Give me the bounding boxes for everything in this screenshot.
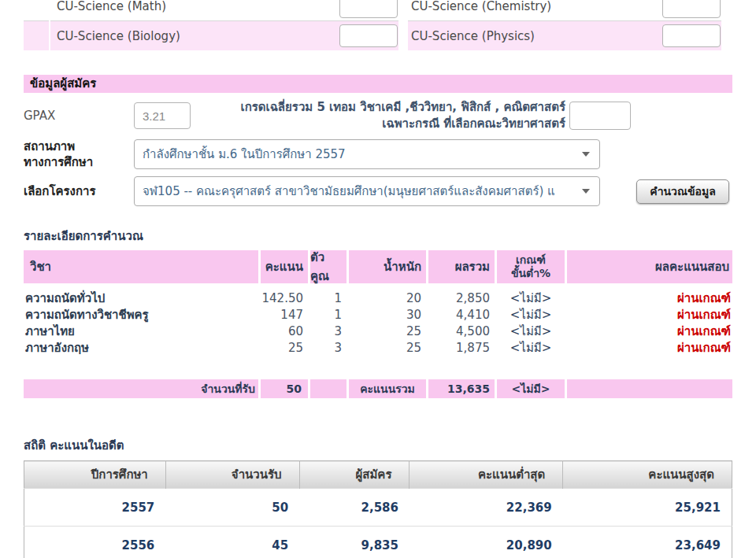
chevron-down-icon	[582, 152, 590, 157]
project-value: จฬ105 -- คณะครุศาสตร์ สาขาวิชามัธยมศึกษา…	[143, 182, 555, 201]
col-header-result: ผลคะแนนสอบ	[567, 250, 732, 283]
col-header-multiplier: ตัวคูณ	[310, 250, 346, 283]
education-status-label: สถานภาพ ทางการศึกษา	[24, 139, 134, 170]
stats-cell: 2,586	[299, 489, 410, 527]
chemistry-cell: CU-Science (Chemistry)	[408, 0, 721, 21]
cu-science-score-table: CU-Science (Math) CU-Science (Chemistry)…	[24, 0, 732, 50]
stats-cell: 22,369	[410, 489, 563, 527]
quota-label: จำนวนที่รับ	[24, 379, 258, 398]
stats-table: ปีการศึกษา จำนวนรับ ผู้สมัคร คะแนนต่ำสุด…	[24, 460, 732, 558]
stats-cell: 45	[165, 527, 299, 558]
stats-title: สถิติ คะแนนในอดีต	[24, 436, 732, 455]
biology-cell: CU-Science (Biology)	[50, 21, 398, 50]
quota-value: 50	[261, 379, 308, 398]
calc-row: ความถนัดทั่วไป 142.50 1 20 2,850 <ไม่มี>…	[24, 290, 732, 306]
project-label: เลือกโครงการ	[24, 183, 134, 199]
stats-header-row: ปีการศึกษา จำนวนรับ ผู้สมัคร คะแนนต่ำสุด…	[24, 461, 732, 489]
calc-row: ภาษาอังกฤษ 25 3 25 1,875 <ไม่มี> ผ่านเกณ…	[24, 339, 732, 356]
row-indent	[24, 21, 49, 50]
cu-science-physics-input[interactable]	[662, 24, 721, 47]
stats-col-header-min-score: คะแนนต่ำสุด	[410, 461, 563, 489]
physics-cell: CU-Science (Physics)	[408, 21, 721, 50]
gpax-note-line1: เกรดเฉลี่ยรวม 5 เทอม วิชาเคมี ,ชีววิทยา,…	[195, 99, 565, 116]
gpax-note: เกรดเฉลี่ยรวม 5 เทอม วิชาเคมี ,ชีววิทยา,…	[195, 99, 565, 132]
row-indent	[24, 0, 49, 21]
stats-cell: 2556	[24, 527, 166, 558]
cu-science-biology-input[interactable]	[339, 24, 398, 47]
project-row: เลือกโครงการ จฬ105 -- คณะครุศาสตร์ สาขาว…	[24, 176, 732, 206]
calc-row: ภาษาไทย 60 3 25 4,500 <ไม่มี> ผ่านเกณฑ์	[24, 323, 732, 339]
pass-criteria-text: ผ่านเกณฑ์	[567, 306, 732, 323]
col-header-score: คะแนน	[261, 250, 308, 283]
summary-min-criteria: <ไม่มี>	[497, 379, 565, 398]
total-score-label: คะแนนรวม	[349, 379, 426, 398]
gpax-input[interactable]	[134, 102, 191, 129]
cu-science-chemistry-input[interactable]	[662, 0, 721, 18]
education-status-value: กำลังศึกษาชั้น ม.6 ในปีการศึกษา 2557	[143, 145, 346, 164]
stats-row: 2556 45 9,835 20,890 23,649	[24, 527, 732, 558]
score-row-math-chemistry: CU-Science (Math) CU-Science (Chemistry)	[24, 0, 732, 21]
gpax-row: GPAX เกรดเฉลี่ยรวม 5 เทอม วิชาเคมี ,ชีวว…	[24, 99, 732, 132]
stats-cell: 25,921	[563, 489, 732, 527]
stats-cell: 23,649	[563, 527, 732, 558]
calc-table-header: วิชา คะแนน ตัวคูณ น้ำหนัก ผลรวม เกณฑ์ ขั…	[24, 250, 732, 283]
pass-criteria-text: ผ่านเกณฑ์	[567, 323, 732, 339]
education-status-row: สถานภาพ ทางการศึกษา กำลังศึกษาชั้น ม.6 ใ…	[24, 139, 732, 170]
stats-col-header-year: ปีการศึกษา	[24, 461, 166, 489]
stats-cell: 50	[165, 489, 299, 527]
calc-table: วิชา คะแนน ตัวคูณ น้ำหนัก ผลรวม เกณฑ์ ขั…	[24, 250, 732, 398]
cu-science-biology-label: CU-Science (Biology)	[57, 29, 180, 43]
stats-cell: 9,835	[299, 527, 410, 558]
total-score-value: 13,635	[428, 379, 495, 398]
calc-table-body: ความถนัดทั่วไป 142.50 1 20 2,850 <ไม่มี>…	[24, 290, 732, 356]
science-gpa-input[interactable]	[569, 102, 631, 130]
stats-col-header-quota: จำนวนรับ	[165, 461, 299, 489]
calculate-button[interactable]: คำนวณข้อมูล	[636, 179, 729, 204]
pass-criteria-text: ผ่านเกณฑ์	[567, 290, 732, 306]
stats-cell: 2557	[24, 489, 166, 527]
gpax-note-line2: เฉพาะกรณี ที่เลือกคณะวิทยาศาสตร์	[195, 116, 565, 132]
calc-summary-row: จำนวนที่รับ 50 คะแนนรวม 13,635 <ไม่มี>	[24, 379, 732, 398]
project-select[interactable]: จฬ105 -- คณะครุศาสตร์ สาขาวิชามัธยมศึกษา…	[134, 176, 600, 206]
col-header-weight: น้ำหนัก	[349, 250, 426, 283]
calc-details-title: รายละเอียดการคำนวณ	[24, 227, 732, 246]
cu-science-math-input[interactable]	[339, 0, 398, 18]
calc-row: ความถนัดทางวิชาชีพครู 147 1 30 4,410 <ไม…	[24, 306, 732, 323]
score-row-biology-physics: CU-Science (Biology) CU-Science (Physics…	[24, 21, 732, 50]
col-header-total: ผลรวม	[428, 250, 495, 283]
stats-cell: 20,890	[410, 527, 563, 558]
education-status-select[interactable]: กำลังศึกษาชั้น ม.6 ในปีการศึกษา 2557	[134, 139, 600, 169]
applicant-section-header: ข้อมูลผู้สมัคร	[24, 75, 732, 93]
stats-col-header-max-score: คะแนนสูงสุด	[563, 461, 732, 489]
stats-col-header-applicants: ผู้สมัคร	[299, 461, 410, 489]
page-content: CU-Science (Math) CU-Science (Chemistry)…	[0, 0, 732, 558]
col-header-subject: วิชา	[24, 250, 258, 283]
pass-criteria-text: ผ่านเกณฑ์	[567, 339, 732, 356]
cu-science-physics-label: CU-Science (Physics)	[411, 29, 535, 43]
col-header-min-criteria: เกณฑ์ ขั้นต่ำ%	[497, 250, 565, 283]
cu-science-math-label: CU-Science (Math)	[57, 0, 166, 13]
chevron-down-icon	[582, 189, 590, 194]
math-cell: CU-Science (Math)	[50, 0, 398, 21]
cu-science-chemistry-label: CU-Science (Chemistry)	[411, 0, 551, 13]
stats-row: 2557 50 2,586 22,369 25,921	[24, 489, 732, 527]
applicant-form: GPAX เกรดเฉลี่ยรวม 5 เทอม วิชาเคมี ,ชีวว…	[24, 99, 732, 206]
gpax-label: GPAX	[24, 109, 134, 123]
